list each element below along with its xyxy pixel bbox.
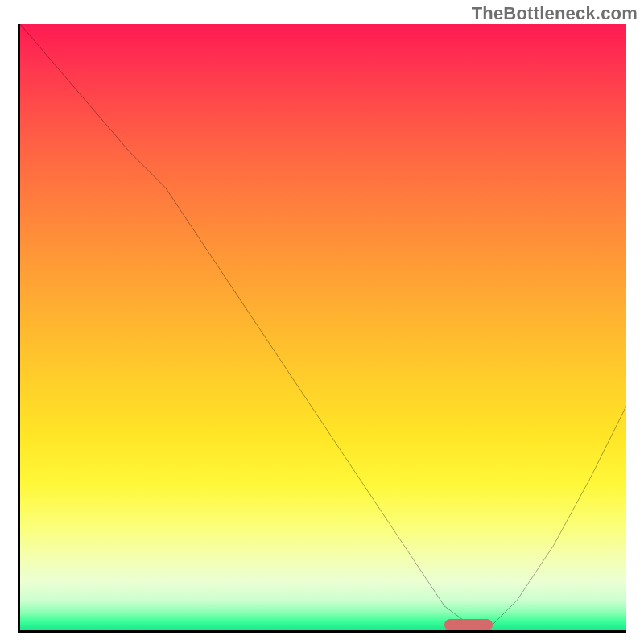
- watermark-text: TheBottleneck.com: [472, 3, 638, 24]
- plot-area: [18, 24, 626, 633]
- bottleneck-curve: [20, 24, 626, 630]
- chart-canvas: TheBottleneck.com: [0, 0, 644, 644]
- optimum-marker: [444, 619, 493, 630]
